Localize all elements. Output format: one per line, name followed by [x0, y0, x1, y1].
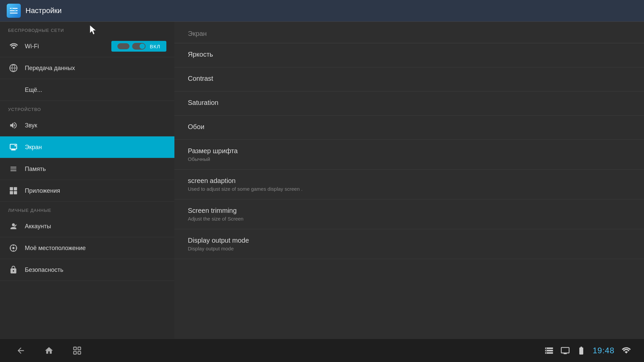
- apps-label: Приложения: [25, 187, 60, 194]
- clock: 19:48: [593, 346, 614, 355]
- wifi-label: Wi-Fi: [25, 43, 39, 50]
- memory-label: Память: [25, 166, 46, 173]
- sound-icon: [8, 120, 19, 131]
- bottom-bar: 19:48: [0, 339, 644, 362]
- content-header: Экран: [174, 22, 644, 43]
- setting-font-size[interactable]: Размер шрифта Обычный: [174, 140, 644, 170]
- display-output-title: Display output mode: [188, 237, 631, 244]
- svg-rect-1: [10, 10, 17, 11]
- accounts-label: Аккаунты: [25, 223, 51, 230]
- svg-rect-4: [14, 10, 16, 12]
- sidebar-item-accounts[interactable]: Аккаунты: [0, 216, 174, 237]
- sidebar-item-data-transfer[interactable]: Передача данных: [0, 57, 174, 79]
- font-size-title: Размер шрифта: [188, 147, 631, 155]
- storage-icon: [544, 346, 554, 355]
- saturation-title: Saturation: [188, 99, 631, 107]
- more-label: Ещё...: [25, 86, 42, 94]
- sidebar-item-more[interactable]: Ещё...: [0, 79, 174, 101]
- sound-label: Звук: [25, 122, 37, 129]
- memory-icon: [8, 164, 19, 174]
- wifi-left: Wi-Fi: [8, 41, 39, 52]
- svg-rect-2: [10, 13, 17, 13]
- back-button[interactable]: [13, 343, 28, 358]
- screen-icon: [8, 142, 19, 153]
- sidebar-item-sound[interactable]: Звук: [0, 115, 174, 136]
- security-label: Безопасность: [25, 266, 63, 274]
- recents-button[interactable]: [70, 343, 85, 358]
- sidebar-item-screen[interactable]: Экран: [0, 136, 174, 158]
- data-transfer-label: Передача данных: [25, 65, 75, 72]
- svg-rect-20: [74, 351, 76, 354]
- svg-rect-19: [78, 347, 80, 350]
- section-header-wireless: БЕСПРОВОДНЫЕ СЕТИ: [0, 22, 174, 36]
- setting-display-output[interactable]: Display output mode Display output mode: [174, 229, 644, 259]
- data-transfer-icon: [8, 63, 19, 73]
- app-title: Настройки: [25, 6, 62, 15]
- svg-rect-10: [10, 191, 13, 194]
- wifi-toggle[interactable]: ВКЛ: [111, 41, 166, 52]
- screen-adaption-title: screen adaption: [188, 177, 631, 185]
- security-icon: [8, 264, 19, 275]
- app-icon: [7, 4, 21, 18]
- setting-brightness[interactable]: Яркость: [174, 43, 644, 67]
- svg-rect-9: [14, 187, 17, 190]
- section-header-device: УСТРОЙСТВО: [0, 101, 174, 115]
- setting-contrast[interactable]: Contrast: [174, 67, 644, 92]
- sidebar: БЕСПРОВОДНЫЕ СЕТИ Wi-Fi ВКЛ: [0, 22, 174, 339]
- location-icon: [8, 243, 19, 253]
- svg-rect-8: [10, 187, 13, 190]
- sidebar-item-security[interactable]: Безопасность: [0, 259, 174, 281]
- sidebar-item-wifi[interactable]: Wi-Fi ВКЛ: [0, 36, 174, 57]
- brightness-title: Яркость: [188, 51, 631, 58]
- svg-point-13: [12, 247, 15, 249]
- svg-rect-21: [78, 351, 80, 354]
- display-icon: [560, 346, 570, 355]
- wifi-status-icon: [621, 346, 631, 355]
- location-label: Моё местоположение: [25, 245, 86, 252]
- screen-trimming-subtitle: Adjust the size of Screen: [188, 216, 631, 222]
- battery-icon: [577, 346, 586, 355]
- screen-adaption-subtitle: Used to adjust size of some games displa…: [188, 186, 631, 192]
- accounts-icon: [8, 221, 19, 232]
- setting-screen-trimming[interactable]: Screen trimming Adjust the size of Scree…: [174, 199, 644, 229]
- nav-buttons: [13, 343, 85, 358]
- sidebar-item-apps[interactable]: Приложения: [0, 180, 174, 202]
- sidebar-item-location[interactable]: Моё местоположение: [0, 237, 174, 259]
- contrast-title: Contrast: [188, 75, 631, 82]
- screen-label: Экран: [25, 144, 42, 151]
- top-bar: Настройки: [0, 0, 644, 22]
- section-header-personal: ЛИЧНЫЕ ДАННЫЕ: [0, 202, 174, 216]
- setting-wallpaper[interactable]: Обои: [174, 116, 644, 140]
- main-layout: БЕСПРОВОДНЫЕ СЕТИ Wi-Fi ВКЛ: [0, 22, 644, 339]
- setting-saturation[interactable]: Saturation: [174, 92, 644, 116]
- wifi-icon: [8, 41, 19, 52]
- status-bar-right: 19:48: [544, 346, 631, 355]
- font-size-subtitle: Обычный: [188, 156, 631, 162]
- content-panel: Экран Яркость Contrast Saturation Обои Р…: [174, 22, 644, 339]
- home-button[interactable]: [42, 343, 56, 358]
- svg-rect-0: [10, 8, 17, 9]
- display-output-subtitle: Display output mode: [188, 246, 631, 251]
- svg-point-7: [14, 145, 16, 146]
- more-icon: [8, 84, 19, 95]
- svg-rect-3: [11, 7, 13, 10]
- wallpaper-title: Обои: [188, 123, 631, 131]
- setting-screen-adaption[interactable]: screen adaption Used to adjust size of s…: [174, 170, 644, 199]
- svg-rect-18: [74, 347, 76, 350]
- apps-icon: [8, 185, 19, 196]
- sidebar-item-memory[interactable]: Память: [0, 158, 174, 180]
- svg-rect-11: [14, 191, 17, 194]
- screen-trimming-title: Screen trimming: [188, 207, 631, 215]
